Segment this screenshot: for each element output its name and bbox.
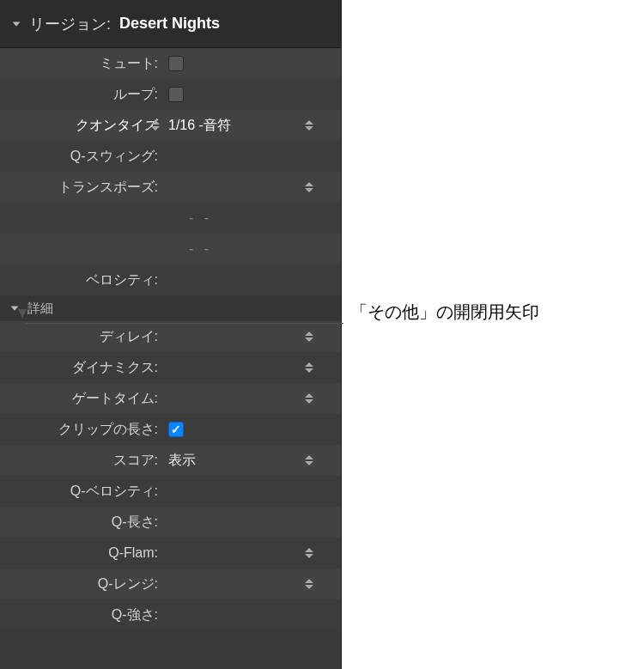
detail-section-label: 詳細 (27, 301, 53, 317)
qswing-label: Q-スウィング: (0, 148, 163, 166)
callout-text: 「その他」の開閉用矢印 (350, 301, 539, 324)
row-gatetime[interactable]: ゲートタイム: (0, 383, 341, 414)
transpose-label: トランスポーズ: (0, 179, 163, 197)
quantize-label: クオンタイズ (0, 117, 163, 135)
qlength-label: Q-長さ: (0, 514, 163, 532)
mute-label: ミュート: (0, 55, 163, 73)
dynamics-label: ダイナミクス: (0, 359, 163, 377)
qvelocity-label: Q-ベロシティ: (0, 483, 163, 501)
score-value[interactable]: 表示 (168, 452, 196, 470)
score-label: スコア: (0, 452, 163, 470)
quantize-value[interactable]: 1/16 -音符 (168, 117, 231, 135)
row-transpose[interactable]: トランスポーズ: (0, 172, 341, 203)
cliplength-checkbox[interactable] (168, 422, 184, 437)
row-qvelocity[interactable]: Q-ベロシティ: (0, 476, 341, 507)
row-quantize[interactable]: クオンタイズ 1/16 -音符 (0, 110, 341, 141)
qstrength-label: Q-強さ: (0, 606, 163, 624)
qrange-label: Q-レンジ: (0, 575, 163, 593)
qflam-label: Q-Flam: (0, 545, 163, 561)
quantize-stepper-icon[interactable] (303, 118, 315, 133)
row-qstrength[interactable]: Q-強さ: (0, 599, 341, 630)
row-qrange[interactable]: Q-レンジ: (0, 569, 341, 599)
region-header: リージョン: Desert Nights (0, 0, 341, 48)
loop-label: ループ: (0, 86, 163, 104)
region-label: リージョン: (29, 14, 111, 34)
region-name[interactable]: Desert Nights (119, 15, 220, 33)
row-score[interactable]: スコア: 表示 (0, 445, 341, 476)
score-stepper-icon[interactable] (303, 453, 315, 468)
row-qswing[interactable]: Q-スウィング: (0, 141, 341, 172)
qrange-stepper-icon[interactable] (303, 576, 315, 592)
delay-label: ディレイ: (0, 328, 163, 346)
cliplength-label: クリップの長さ: (0, 421, 163, 439)
region-disclosure-icon[interactable] (9, 16, 24, 32)
quantize-label-stepper-icon[interactable] (149, 118, 161, 133)
inspector-panel: リージョン: Desert Nights ミュート: ループ: クオンタイズ 1… (0, 0, 342, 669)
finetune2-value: - - (168, 241, 212, 257)
detail-disclosure-icon[interactable] (7, 301, 22, 316)
detail-section-header[interactable]: 詳細 (0, 295, 341, 321)
row-velocity[interactable]: ベロシティ: (0, 265, 341, 295)
mute-checkbox[interactable] (168, 56, 184, 71)
velocity-label: ベロシティ: (0, 271, 163, 289)
row-qlength[interactable]: Q-長さ: (0, 507, 341, 538)
region-parameters: ミュート: ループ: クオンタイズ 1/16 -音符 Q-スウィング: トランス… (0, 48, 341, 630)
row-dynamics[interactable]: ダイナミクス: (0, 352, 341, 383)
finetune-value: - - (168, 210, 212, 226)
row-loop: ループ: (0, 79, 341, 110)
row-cliplength: クリップの長さ: (0, 414, 341, 445)
row-qflam[interactable]: Q-Flam: (0, 538, 341, 569)
row-finetune2[interactable]: - - (0, 234, 341, 265)
row-mute: ミュート: (0, 48, 341, 79)
transpose-stepper-icon[interactable] (303, 179, 315, 195)
gatetime-stepper-icon[interactable] (303, 391, 315, 406)
qflam-stepper-icon[interactable] (303, 545, 315, 561)
row-finetune[interactable]: - - (0, 203, 341, 234)
gatetime-label: ゲートタイム: (0, 390, 163, 408)
dynamics-stepper-icon[interactable] (303, 360, 315, 375)
row-delay[interactable]: ディレイ: (0, 321, 341, 352)
loop-checkbox[interactable] (168, 87, 184, 102)
delay-stepper-icon[interactable] (303, 329, 315, 344)
